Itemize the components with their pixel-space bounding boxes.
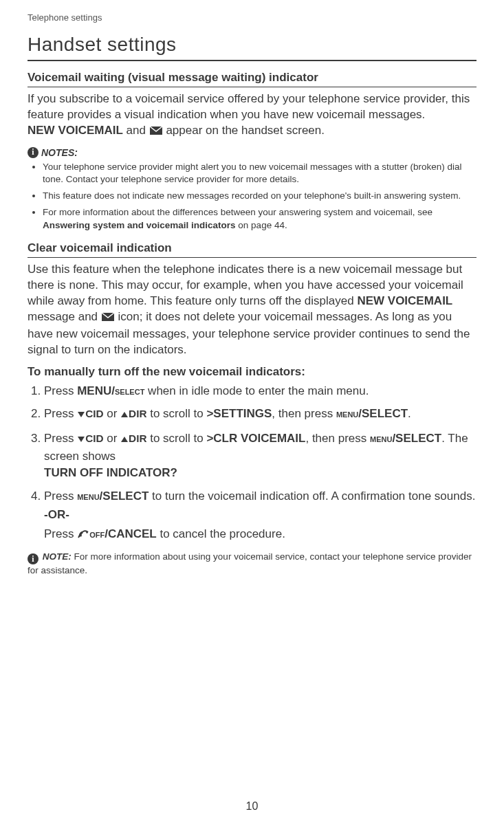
step-text: Press: [44, 432, 77, 445]
chapter-title: Handset settings: [28, 34, 476, 61]
key-label: menu/SELECT: [370, 432, 441, 445]
notes-heading: i NOTES:: [28, 147, 476, 158]
voicemail-waiting-paragraph: If you subscribe to a voicemail service …: [28, 91, 476, 140]
section-voicemail-waiting-title: Voicemail waiting (visual message waitin…: [28, 71, 476, 87]
step-text: to cancel the procedure.: [157, 527, 285, 540]
para-tail: appear on the handset screen.: [163, 124, 325, 137]
step-4: Press menu/SELECT to turn the voicemail …: [44, 488, 476, 544]
step-text: Press: [44, 527, 77, 540]
note-item: This feature does not indicate new messa…: [43, 190, 476, 202]
steps-list: Press MENU/select when in idle mode to e…: [28, 383, 476, 544]
running-head: Telephone settings: [28, 12, 476, 23]
step-text: when in idle mode to enter the main menu…: [144, 384, 369, 397]
dir-label: DIR: [129, 432, 146, 444]
notes-list: Your telephone service provider might al…: [28, 161, 476, 232]
menu-target: >SETTINGS: [206, 407, 272, 420]
step-text: to scroll to: [146, 407, 206, 420]
step-text: or: [104, 407, 121, 420]
up-triangle-icon: [120, 407, 129, 424]
note-text: For more information about the differenc…: [43, 207, 432, 217]
footer-note-text: For more information about using your vo…: [28, 551, 472, 575]
info-icon: i: [28, 553, 39, 564]
step-text: Press: [44, 407, 77, 420]
cid-label: CID: [85, 408, 103, 419]
screen-prompt: TURN OFF INDICATOR?: [44, 466, 177, 479]
key-label: MENU/select: [77, 384, 144, 397]
new-voicemail-label: NEW VOICEMAIL: [28, 124, 123, 137]
note-label: NOTE:: [43, 551, 72, 562]
envelope-icon: [149, 124, 163, 140]
step-text: , then press: [305, 432, 370, 445]
page: Telephone settings Handset settings Voic…: [0, 0, 504, 825]
step-3: Press CID or DIR to scroll to >CLR VOICE…: [44, 430, 476, 481]
note-item: For more information about the differenc…: [43, 206, 476, 231]
cid-label: CID: [85, 432, 103, 444]
section-clear-voicemail-title: Clear voicemail indication: [28, 241, 476, 258]
procedure-title: To manually turn off the new voicemail i…: [28, 365, 476, 379]
or-label: -OR-: [44, 507, 476, 523]
down-triangle-icon: [77, 432, 85, 448]
step-text: Press: [44, 384, 77, 397]
svg-marker-2: [78, 412, 85, 417]
handset-icon: [77, 527, 89, 544]
step-2: Press CID or DIR to scroll to >SETTINGS,…: [44, 406, 476, 424]
para-and: and: [123, 124, 149, 137]
step-text: .: [408, 407, 411, 420]
svg-marker-4: [78, 437, 85, 442]
note-item: Your telephone service provider might al…: [43, 161, 476, 186]
step-text: , then press: [272, 407, 336, 420]
up-triangle-icon: [120, 432, 129, 448]
note-text: on page 44.: [236, 220, 287, 230]
new-voicemail-label: NEW VOICEMAIL: [357, 294, 452, 307]
step-1: Press MENU/select when in idle mode to e…: [44, 383, 476, 399]
footer-note: i NOTE: For more information about using…: [28, 551, 476, 577]
para-text: If you subscribe to a voicemail service …: [28, 92, 470, 121]
key-label: menu/SELECT: [77, 490, 149, 503]
down-triangle-icon: [77, 407, 85, 424]
svg-marker-3: [121, 412, 128, 417]
clear-voicemail-paragraph: Use this feature when the telephone indi…: [28, 262, 476, 358]
dir-label: DIR: [129, 408, 146, 419]
envelope-icon: [101, 311, 115, 327]
step-text: to turn the voicemail indication off. A …: [149, 490, 475, 503]
svg-marker-5: [121, 437, 128, 442]
step-text: to scroll to: [146, 432, 206, 445]
menu-target: >CLR VOICEMAIL: [206, 432, 305, 445]
step-text: Press: [44, 490, 77, 503]
info-icon: i: [28, 147, 39, 158]
key-label: menu/SELECT: [336, 407, 408, 420]
page-number: 10: [0, 800, 504, 813]
para-text: message and: [28, 310, 101, 323]
notes-label: NOTES:: [41, 147, 78, 158]
note-bold: Answering system and voicemail indicator…: [43, 220, 236, 230]
key-label: off/CANCEL: [89, 527, 157, 540]
step-text: or: [104, 432, 121, 445]
